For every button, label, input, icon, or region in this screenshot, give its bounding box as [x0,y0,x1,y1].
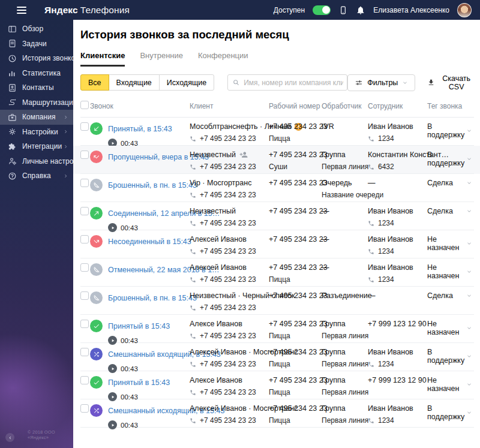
user-name[interactable]: Елизавета Алексеенко [373,6,449,14]
client-phone: +7 495 234 23 23 [200,360,256,368]
tag-dropdown[interactable]: Сделка [427,207,474,215]
chevron-down-icon [466,128,472,134]
sidebar-nav: Обзор Задачи История звонков Статистика … [0,20,73,184]
handler: Группа [322,320,368,328]
column-header-tag: Тег звонка [427,102,474,110]
employee-name: — [368,291,427,300]
tag-dropdown[interactable]: В поддержку [427,404,474,421]
work-number-label: Пицца [269,388,322,396]
collapse-sidebar-button[interactable] [5,433,14,442]
row-checkbox[interactable] [80,235,89,243]
call-title-link[interactable]: Брошенный, в пн. в 15:43 [108,181,197,190]
sidebar-item-integrations[interactable]: Интеграции [0,139,73,154]
employee-name: — [368,179,427,187]
phone-icon [190,248,196,255]
tag-dropdown[interactable]: В поддержку [427,151,474,167]
filters-button[interactable]: Фильтры [347,74,415,91]
handler: Группа [322,404,368,413]
tab-internal[interactable]: Внутренние [140,51,183,67]
tag-dropdown[interactable]: Не назначен [427,320,474,336]
phone-icon [368,361,374,368]
row-checkbox[interactable] [80,376,89,384]
download-csv-button[interactable]: Скачать CSV [427,74,474,91]
select-all-checkbox[interactable] [80,101,89,109]
call-title-link[interactable]: Принятый в 15:43 [108,322,170,330]
work-number-label: Пицца [269,360,322,368]
check-icon [90,320,103,332]
employee-extension: 1234 [378,247,394,255]
sidebar-item-tasks[interactable]: Задачи [0,37,73,52]
tab-client[interactable]: Клиентские [80,51,125,67]
client-name: Алексей Иванов [190,235,247,243]
tag-dropdown[interactable]: Не назначен [427,376,474,393]
tag-dropdown[interactable]: Не назначен [427,263,474,280]
handler: — [322,207,368,215]
download-icon [427,79,435,86]
tag-dropdown[interactable]: В поддержку [427,348,474,365]
row-checkbox[interactable] [80,207,89,215]
employee-extension: 1234 [378,219,394,227]
availability-toggle[interactable] [313,5,331,15]
phone-slash-icon [90,291,103,304]
tag-dropdown[interactable]: В поддержку [427,122,474,139]
row-checkbox[interactable] [80,179,89,187]
sidebar-item-personal-settings[interactable]: Личные настройки [0,154,73,169]
play-button[interactable] [108,420,117,429]
tab-conference[interactable]: Конференции [198,51,248,67]
tag-dropdown[interactable]: Не назначен [427,235,474,252]
work-number-label: Пицца [269,332,322,340]
sidebar-item-contacts[interactable]: Контакты [0,80,73,95]
device-icon[interactable] [338,5,348,15]
call-title-link[interactable]: Принятый, в 15:43 [108,125,172,133]
sidebar-item-settings[interactable]: Настройки [0,125,73,140]
row-checkbox[interactable] [80,122,89,131]
sidebar-item-statistics[interactable]: Статистика [0,66,73,81]
row-checkbox[interactable] [80,348,89,356]
phone-icon [190,192,196,199]
client-phone: +7 495 234 23 23 [200,191,256,199]
table-header: Звонок Клиент Рабочий номер Обработчик С… [80,101,474,118]
phone-icon [190,220,196,227]
sidebar-item-call-history[interactable]: История звонков [0,51,73,66]
chevron-down-icon [466,293,472,299]
handler-sub: Первая линия [322,388,368,396]
tag-dropdown[interactable]: Сделка [427,291,474,300]
logo[interactable]: ЯндексТелефония [44,5,130,16]
sidebar-item-label: Обзор [22,25,68,33]
row-checkbox[interactable] [80,151,89,159]
phone-icon [368,417,374,424]
tag-value: В поддержку [427,348,466,365]
row-checkbox[interactable] [80,320,89,328]
column-header-handler: Обработчик [322,102,368,110]
table-row: Отмененный, 22 мая 2018 в 1… Алексей Ива… [80,258,474,287]
row-checkbox[interactable] [80,263,89,272]
call-title-link[interactable]: Принятый в 15:43 [108,378,170,387]
phone-icon [190,417,196,424]
row-checkbox[interactable] [80,404,89,413]
tag-value: Не назначен [427,320,466,336]
segment-button[interactable]: Входящие [109,74,160,91]
call-title-link[interactable]: Несоединенный в 15:43 [108,237,191,246]
client-name: Алексе Иванов [190,320,242,328]
tag-dropdown[interactable]: Сделка [427,179,474,187]
sidebar-item-overview[interactable]: Обзор [0,22,73,37]
notifications-bell-icon[interactable] [356,5,365,15]
chevron-down-icon [466,381,472,387]
routing-icon [8,98,17,107]
employee-extension: 1234 [378,275,394,284]
person-gear-icon [8,157,17,166]
employee-extension: 1234 [378,416,394,425]
row-checkbox[interactable] [80,291,89,300]
avatar[interactable] [457,3,472,17]
menu-icon[interactable] [17,7,26,14]
sidebar-item-help[interactable]: Справка [0,169,73,184]
sidebar-item-label: Интеграции [22,142,63,151]
search-input[interactable] [240,79,347,87]
sidebar-item-routing[interactable]: Маршрутизация [0,95,73,110]
employee-name: Иван Иванов [368,263,427,272]
segment-button[interactable]: Все [80,74,109,91]
sidebar-item-company[interactable]: Компания [0,110,73,125]
segment-button[interactable]: Исходящие [159,74,214,91]
right-controls: Фильтры Скачать CSV [347,74,474,91]
call-title-link[interactable]: Брошенный, в пн. в 15:43 [108,294,197,302]
